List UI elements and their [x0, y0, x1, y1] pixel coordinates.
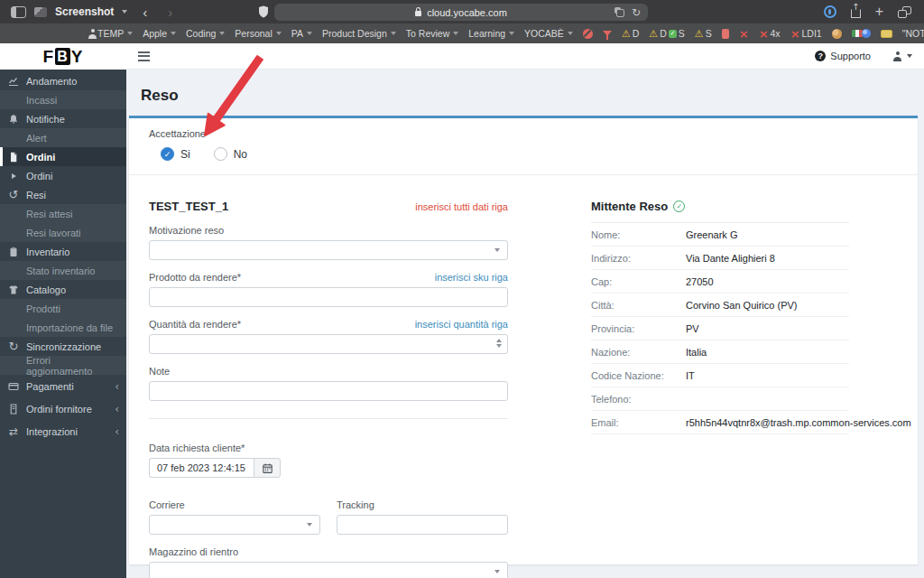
note-input[interactable] — [149, 381, 508, 401]
sidebar-item-sincronizzazione[interactable]: ↻ Sincronizzazione — [0, 337, 126, 356]
chart-line-icon — [7, 76, 20, 87]
reload-icon[interactable]: ↻ — [632, 6, 641, 19]
caret-down-icon — [276, 32, 282, 35]
forward-button[interactable]: › — [168, 5, 172, 19]
bookmark-folder-pa[interactable]: PA — [291, 28, 312, 39]
motivazione-select[interactable] — [149, 240, 508, 260]
sidebar-item-alert[interactable]: Alert — [0, 128, 126, 147]
address-bar[interactable]: cloud.yocabe.com ↻ — [274, 4, 648, 21]
mittente-row-indirizzo: Indirizzo:Via Dante Alighieri 8 — [591, 247, 849, 270]
bookmark-folder-temp[interactable]: TEMP — [97, 28, 133, 39]
caret-down-icon — [391, 32, 396, 35]
globe-icon — [862, 29, 871, 38]
sidebar-item-pagamenti[interactable]: Pagamenti ‹ — [0, 375, 126, 397]
bookmark-folder-to-review[interactable]: To Review — [406, 28, 458, 39]
sidebar-item-incassi[interactable]: Incassi — [0, 90, 126, 109]
sidebar-item-notifiche[interactable]: Notifiche — [0, 109, 126, 128]
bookmark-folder-yocabe[interactable]: YOCABÈ — [524, 28, 573, 39]
back-button[interactable]: ‹ — [143, 5, 147, 19]
tab-overview-icon[interactable] — [898, 6, 911, 18]
caret-down-icon — [453, 32, 458, 35]
green-check-icon: ✓ — [669, 30, 677, 38]
app-topnav: ? Supporto — [126, 43, 924, 70]
bookmark-funnel[interactable] — [603, 31, 612, 36]
magazzino-select[interactable] — [149, 562, 508, 578]
translate-icon[interactable] — [614, 7, 624, 17]
radio-unchecked-icon[interactable] — [214, 147, 227, 161]
bookmark-x-ldi1[interactable]: ×LDI1 — [790, 28, 822, 40]
quantita-label: Quantità da rendere* — [149, 319, 241, 330]
bookmark-warn-s[interactable]: ⚠S — [695, 28, 712, 39]
sidebar-item-inventario[interactable]: Inventario — [0, 242, 126, 261]
number-spinner[interactable] — [496, 339, 502, 348]
sidebar-item-resi-attesi[interactable]: Resi attesi — [0, 204, 126, 223]
tracking-input[interactable] — [337, 515, 508, 535]
warning-icon: ⚠ — [695, 29, 704, 39]
sidebar-item-resi[interactable]: ↺ Resi — [0, 185, 126, 204]
bookmark-x-4x[interactable]: ×4x — [759, 28, 781, 40]
caret-down-icon — [127, 32, 133, 35]
inserisci-tutti-dati-link[interactable]: inserisci tutti dati riga — [415, 201, 508, 212]
warning-icon: ⚠ — [649, 29, 658, 39]
bookmark-italy-globe[interactable] — [852, 29, 871, 38]
bookmark-not[interactable]: "NOT" — [902, 28, 924, 39]
bookmark-folder-product-design[interactable]: Product Design — [322, 28, 396, 39]
corriere-select[interactable] — [149, 515, 320, 535]
sidebar-item-ordini-active[interactable]: Ordini — [0, 147, 126, 166]
chevron-left-icon: ‹ — [115, 426, 119, 437]
sidebar-item-andamento[interactable]: Andamento — [0, 71, 126, 90]
radio-checked-icon[interactable]: ✓ — [161, 147, 174, 161]
bookmark-warn-d[interactable]: ⚠D — [622, 28, 639, 39]
data-richiesta-label: Data richiesta cliente* — [149, 443, 508, 453]
mittente-title: Mittente Reso — [591, 200, 668, 213]
sidebar-item-catalogo[interactable]: Catalogo — [0, 280, 126, 299]
radio-no[interactable]: No — [214, 147, 247, 161]
user-menu[interactable] — [892, 51, 912, 61]
radio-si[interactable]: ✓ Si — [161, 147, 190, 161]
bookmark-folder-personal[interactable]: Personal — [235, 28, 281, 39]
mittente-row-provincia: Provincia:PV — [591, 317, 849, 340]
share-icon[interactable]: ↑ — [851, 9, 861, 18]
privacy-shield-icon[interactable] — [258, 5, 269, 22]
sidebar-item-ordini-fornitore[interactable]: Ordini fornitore ‹ — [0, 397, 126, 420]
password-manager-icon[interactable] — [824, 5, 836, 18]
quantita-input[interactable] — [149, 334, 508, 354]
yellow-card-icon — [881, 30, 892, 38]
sidebar-item-stato-inventario[interactable]: Stato inventario — [0, 261, 126, 280]
sidebar-item-prodotti[interactable]: Prodotti — [0, 299, 126, 318]
page-title: Reso — [141, 87, 918, 105]
sidebar-item-importazione[interactable]: Importazione da file — [0, 318, 126, 337]
bookmark-card[interactable] — [881, 30, 892, 38]
row-title: TEST_TEST_1 — [149, 200, 228, 213]
sidebar-item-resi-lavorati[interactable]: Resi lavorati — [0, 223, 126, 242]
bookmark-cookie[interactable] — [832, 29, 842, 39]
prodotto-input[interactable] — [149, 287, 508, 307]
sidebar-item-errori-aggiornamento[interactable]: Errori aggiornamento — [0, 356, 126, 375]
supporto-link[interactable]: ? Supporto — [815, 51, 871, 61]
bookmark-folder-learning[interactable]: Learning — [468, 28, 514, 39]
sidebar-item-ordini-tree[interactable]: Ordini — [0, 166, 126, 185]
bookmark-no-entry[interactable] — [583, 29, 593, 39]
inserisci-quantita-link[interactable]: inserisci quantità riga — [415, 319, 508, 330]
bookmark-folder-apple[interactable]: Apple — [143, 28, 176, 39]
funnel-icon — [603, 31, 612, 36]
calendar-button[interactable] — [254, 458, 281, 478]
new-tab-icon[interactable]: + — [875, 5, 883, 19]
mittente-row-telefono: Telefono: — [591, 387, 849, 411]
file-icon — [7, 152, 20, 163]
bookmark-x[interactable]: × — [739, 28, 749, 40]
inserisci-sku-link[interactable]: inserisci sku riga — [435, 272, 508, 283]
undo-icon: ↺ — [7, 188, 20, 201]
window-menu[interactable]: Screenshot — [55, 5, 114, 18]
bookmark-redbook[interactable] — [722, 29, 729, 39]
data-richiesta-input[interactable] — [149, 458, 254, 478]
bookmark-warn-ds[interactable]: ⚠D✓S — [649, 28, 684, 39]
prodotto-label: Prodotto da rendere* — [149, 272, 241, 283]
divider — [129, 174, 918, 175]
bookmark-folder-coding[interactable]: Coding — [186, 28, 225, 39]
chevron-left-icon: ‹ — [115, 404, 119, 415]
hamburger-menu-icon[interactable] — [138, 51, 150, 61]
sidebar-toggle-icon[interactable] — [11, 6, 26, 18]
mittente-row-nome: Nome:Greenark G — [591, 223, 849, 247]
sidebar-item-integrazioni[interactable]: ⇄ Integrazioni ‹ — [0, 420, 126, 443]
